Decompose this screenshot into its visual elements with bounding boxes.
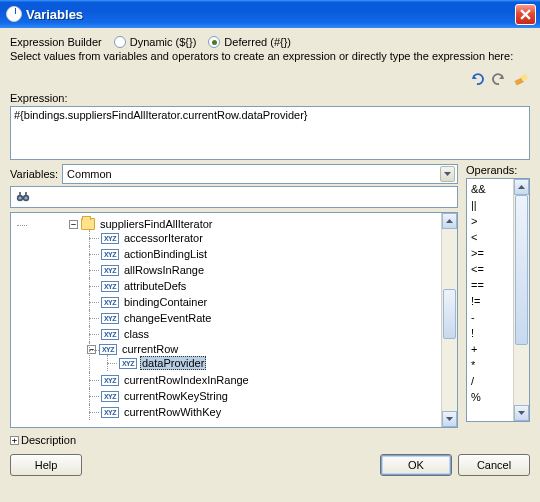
chevron-down-icon xyxy=(440,166,455,182)
property-icon: XYZ xyxy=(101,265,119,276)
tree-label: suppliersFindAllIterator xyxy=(98,218,215,230)
tree-node[interactable]: XYZbindingContainer xyxy=(101,294,441,310)
property-icon: XYZ xyxy=(101,313,119,324)
variable-search-input[interactable] xyxy=(10,186,458,208)
variables-tree[interactable]: − suppliersFindAllIterator XYZaccessorIt… xyxy=(10,212,458,428)
deferred-radio[interactable] xyxy=(208,36,220,48)
app-icon xyxy=(6,6,22,22)
tree-node[interactable]: XYZclass xyxy=(101,326,441,342)
operand-item[interactable]: <= xyxy=(471,261,509,277)
scroll-down-icon[interactable] xyxy=(442,411,457,427)
tree-scrollbar[interactable] xyxy=(441,213,457,427)
tree-node[interactable]: XYZactionBindingList xyxy=(101,246,441,262)
variables-label: Variables: xyxy=(10,168,58,180)
operand-item[interactable]: || xyxy=(471,197,509,213)
tree-node[interactable]: XYZallRowsInRange xyxy=(101,262,441,278)
expression-textarea[interactable]: #{bindings.suppliersFindAllIterator.curr… xyxy=(10,106,530,160)
property-icon: XYZ xyxy=(101,375,119,386)
tree-node[interactable]: XYZaccessorIterator xyxy=(101,230,441,246)
help-button[interactable]: Help xyxy=(10,454,82,476)
property-icon: XYZ xyxy=(101,407,119,418)
variables-scope-combo[interactable]: Common xyxy=(62,164,458,184)
collapse-icon[interactable]: − xyxy=(69,220,78,229)
eraser-icon xyxy=(513,72,529,86)
tree-node-currentrow[interactable]: − XYZ currentRow XYZdataProvider xyxy=(101,342,441,372)
operand-item[interactable]: * xyxy=(471,357,509,373)
property-icon: XYZ xyxy=(101,249,119,260)
operand-item[interactable]: ! xyxy=(471,325,509,341)
close-button[interactable] xyxy=(515,4,536,25)
folder-icon xyxy=(81,218,95,230)
svg-rect-7 xyxy=(25,192,27,195)
tree-node-root[interactable]: − suppliersFindAllIterator XYZaccessorIt… xyxy=(29,217,441,421)
cancel-button[interactable]: Cancel xyxy=(458,454,530,476)
svg-point-4 xyxy=(18,196,21,199)
description-toggle[interactable]: + Description xyxy=(10,434,530,446)
tree-node[interactable]: XYZchangeEventRate xyxy=(101,310,441,326)
scroll-up-icon[interactable] xyxy=(442,213,457,229)
deferred-radio-label: Deferred (#{}) xyxy=(224,36,291,48)
ok-button[interactable]: OK xyxy=(380,454,452,476)
expression-builder-row: Expression Builder Dynamic (${}) Deferre… xyxy=(10,36,530,48)
scroll-thumb[interactable] xyxy=(443,289,456,339)
window-title: Variables xyxy=(26,7,515,22)
operand-item[interactable]: == xyxy=(471,277,509,293)
property-icon: XYZ xyxy=(101,329,119,340)
operand-item[interactable]: < xyxy=(471,229,509,245)
redo-button[interactable] xyxy=(490,70,508,88)
undo-icon xyxy=(469,72,485,86)
close-icon xyxy=(520,9,531,20)
clear-button[interactable] xyxy=(512,70,530,88)
property-icon: XYZ xyxy=(101,281,119,292)
expression-builder-label: Expression Builder xyxy=(10,36,102,48)
redo-icon xyxy=(491,72,507,86)
svg-point-5 xyxy=(24,196,27,199)
property-icon: XYZ xyxy=(101,297,119,308)
tree-node[interactable]: XYZcurrentRowIndexInRange xyxy=(101,372,441,388)
scroll-thumb[interactable] xyxy=(515,195,528,345)
operand-item[interactable]: - xyxy=(471,309,509,325)
binoculars-icon xyxy=(15,189,31,205)
operand-item[interactable]: && xyxy=(471,181,509,197)
tree-node[interactable]: XYZcurrentRowWithKey xyxy=(101,404,441,420)
tree-node[interactable]: XYZcurrentRowKeyString xyxy=(101,388,441,404)
operand-item[interactable]: != xyxy=(471,293,509,309)
expand-icon: + xyxy=(10,436,19,445)
title-bar: Variables xyxy=(0,0,540,28)
property-icon: XYZ xyxy=(119,358,137,369)
description-label: Description xyxy=(21,434,76,446)
scroll-down-icon[interactable] xyxy=(514,405,529,421)
property-icon: XYZ xyxy=(99,344,117,355)
operand-item[interactable]: + xyxy=(471,341,509,357)
combo-value: Common xyxy=(67,168,440,180)
scroll-up-icon[interactable] xyxy=(514,179,529,195)
dynamic-radio-label: Dynamic (${}) xyxy=(130,36,197,48)
tree-node[interactable]: XYZattributeDefs xyxy=(101,278,441,294)
svg-rect-6 xyxy=(19,192,21,195)
operand-item[interactable]: % xyxy=(471,389,509,405)
undo-button[interactable] xyxy=(468,70,486,88)
property-icon: XYZ xyxy=(101,391,119,402)
tree-node-dataprovider[interactable]: XYZdataProvider xyxy=(119,355,441,371)
operand-item[interactable]: > xyxy=(471,213,509,229)
dynamic-radio[interactable] xyxy=(114,36,126,48)
property-icon: XYZ xyxy=(101,233,119,244)
collapse-icon[interactable]: − xyxy=(87,345,96,354)
operands-scrollbar[interactable] xyxy=(513,179,529,421)
expression-label: Expression: xyxy=(10,92,530,104)
operands-list[interactable]: && || > < >= <= == != - ! + * / % xyxy=(466,178,530,422)
operand-item[interactable]: >= xyxy=(471,245,509,261)
operands-label: Operands: xyxy=(466,164,530,176)
builder-hint: Select values from variables and operato… xyxy=(10,50,530,62)
operand-item[interactable]: / xyxy=(471,373,509,389)
